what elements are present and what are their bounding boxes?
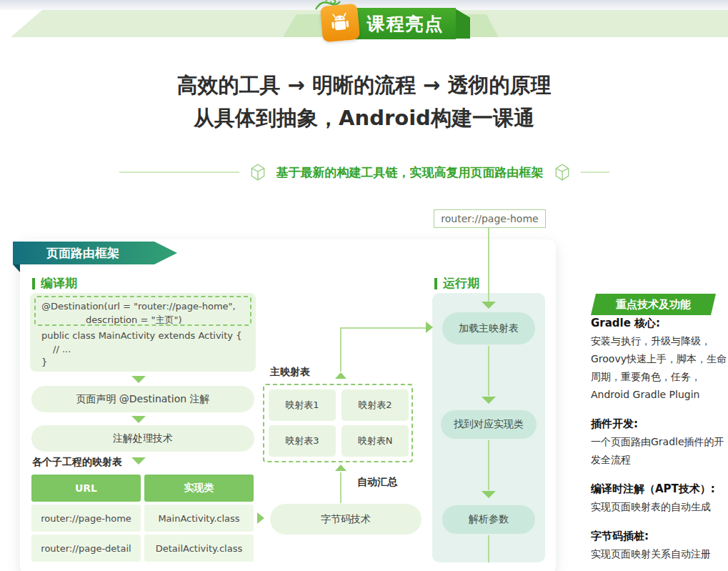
connector-line — [488, 346, 489, 396]
code-line: // ... — [53, 344, 71, 354]
table-header-url: URL — [31, 475, 141, 502]
mapping-cell: 映射表2 — [341, 389, 409, 421]
panel-title-ribbon: 页面路由框架 — [13, 242, 177, 264]
table-header-class: 实现类 — [144, 475, 254, 502]
key-tech-title: 字节码插桩: — [591, 530, 728, 543]
step-annotation-processing-pill: 注解处理技术 — [31, 425, 254, 452]
mapping-cell: 映射表3 — [269, 425, 336, 457]
key-tech-item: Gradle 核心: 安装与执行，升级与降级，Groovy快速上手，脚本，生命周… — [591, 317, 728, 404]
runtime-step-pill: 解析参数 — [442, 505, 535, 534]
polyhedron-icon — [553, 163, 572, 182]
mapping-cell: 映射表N — [341, 425, 409, 457]
subproject-tables-label: 各个子工程的映射表 — [32, 456, 122, 469]
polyhedron-icon — [249, 163, 267, 182]
step-label: 页面声明 @Destination 注解 — [76, 393, 209, 406]
panel-title: 页面路由框架 — [46, 246, 119, 260]
arrow-down-icon — [131, 457, 146, 465]
arrow-down-icon — [482, 397, 496, 404]
connector-line — [488, 440, 489, 490]
runtime-step-label: 加载主映射表 — [459, 322, 519, 335]
key-tech-title: Gradle 核心: — [591, 317, 728, 330]
step-label: 注解处理技术 — [113, 432, 173, 445]
key-tech-title: 插件开发: — [591, 417, 728, 431]
step-declaration-pill: 页面声明 @Destination 注解 — [31, 386, 254, 412]
arrow-up-icon — [335, 372, 346, 379]
title-line-1: 高效的工具 → 明晰的流程 → 透彻的原理 — [0, 69, 728, 101]
intro-right-line — [581, 172, 609, 173]
page-title: 高效的工具 → 明晰的流程 → 透彻的原理 从具体到抽象，Android构建一课… — [0, 69, 728, 134]
auto-merge-label: 自动汇总 — [357, 476, 397, 489]
arrow-down-icon — [482, 302, 496, 309]
section-intro: 基于最新的构建工具链，实现高复用页面路由框架 — [0, 163, 728, 182]
course-highlights-page: 课程亮点 高效的工具 → 明晰的流程 → 透彻的原理 从具体到抽象，Androi… — [0, 0, 728, 571]
course-highlights-ribbon: 课程亮点 — [355, 8, 456, 39]
connector-line — [340, 472, 341, 503]
connector-line — [340, 327, 341, 372]
arrow-down-icon — [131, 416, 146, 423]
key-tech-badge-label: 重点技术及功能 — [616, 298, 691, 312]
android-badge — [320, 4, 360, 42]
connector-line — [488, 228, 489, 302]
intro-left-line — [119, 172, 239, 173]
key-tech-desc: 实现页面映射关系自动注册 — [591, 545, 728, 563]
heading-bar — [434, 278, 437, 289]
heading-bar — [32, 278, 35, 289]
table-cell: router://page-home — [31, 505, 141, 532]
key-tech-item: 编译时注解（APT技术）: 实现页面映射表的自动生成 — [591, 482, 728, 516]
arrow-right-icon — [257, 512, 264, 524]
key-tech-list: Gradle 核心: 安装与执行，升级与降级，Groovy快速上手，脚本，生命周… — [591, 317, 728, 571]
bytecode-pill: 字节码技术 — [270, 504, 422, 535]
main-table-label: 主映射表 — [270, 366, 310, 379]
title-line-2: 从具体到抽象，Android构建一课通 — [0, 101, 728, 134]
code-line: } — [41, 357, 47, 367]
code-line: @Destination(url = "router://page-home", — [41, 301, 236, 312]
connector-line — [488, 535, 489, 562]
code-line: public class MainActivity extends Activi… — [41, 330, 241, 341]
arrow-down-icon — [482, 491, 496, 498]
panel-ribbon-fold — [13, 264, 20, 272]
code-line: description = "主页") — [86, 314, 181, 327]
router-url-label: router://page-home — [441, 213, 538, 224]
intro-text: 基于最新的构建工具链，实现高复用页面路由框架 — [276, 164, 544, 181]
key-tech-desc: 安装与执行，升级与降级，Groovy快速上手，脚本，生命周期，重要角色，任务，A… — [591, 332, 728, 404]
android-robot-icon — [326, 9, 354, 36]
runtime-step-label: 找到对应实现类 — [454, 418, 524, 431]
key-tech-item: 字节码插桩: 实现页面映射关系自动注册 — [591, 530, 728, 563]
table-cell: MainActivity.class — [144, 505, 254, 532]
runtime-section-heading: 运行期 — [434, 275, 479, 292]
bytecode-label: 字节码技术 — [321, 513, 371, 526]
ribbon-label: 课程亮点 — [367, 12, 444, 36]
key-tech-desc: 实现页面映射表的自动生成 — [591, 498, 728, 516]
arrow-up-icon — [335, 465, 346, 471]
table-cell: router://page-detail — [31, 535, 141, 562]
compile-section-heading: 编译期 — [32, 275, 77, 292]
key-tech-item: 插件开发: 一个页面路由Gradle插件的开发全流程 — [591, 417, 728, 469]
runtime-step-pill: 找到对应实现类 — [441, 410, 537, 439]
key-tech-badge: 重点技术及功能 — [591, 294, 716, 315]
table-cell: DetailActivity.class — [144, 535, 254, 562]
key-tech-title: 编译时注解（APT技术）: — [591, 482, 728, 496]
compile-heading-label: 编译期 — [41, 275, 77, 292]
runtime-heading-label: 运行期 — [443, 275, 479, 292]
arrow-right-icon — [426, 322, 433, 333]
runtime-step-pill: 加载主映射表 — [442, 312, 535, 344]
mapping-cell: 映射表1 — [269, 389, 336, 421]
key-tech-desc: 一个页面路由Gradle插件的开发全流程 — [591, 433, 728, 469]
runtime-step-label: 解析参数 — [469, 513, 509, 526]
connector-line — [340, 327, 427, 329]
arrow-down-icon — [131, 376, 146, 383]
router-url-tag: router://page-home — [434, 209, 546, 228]
